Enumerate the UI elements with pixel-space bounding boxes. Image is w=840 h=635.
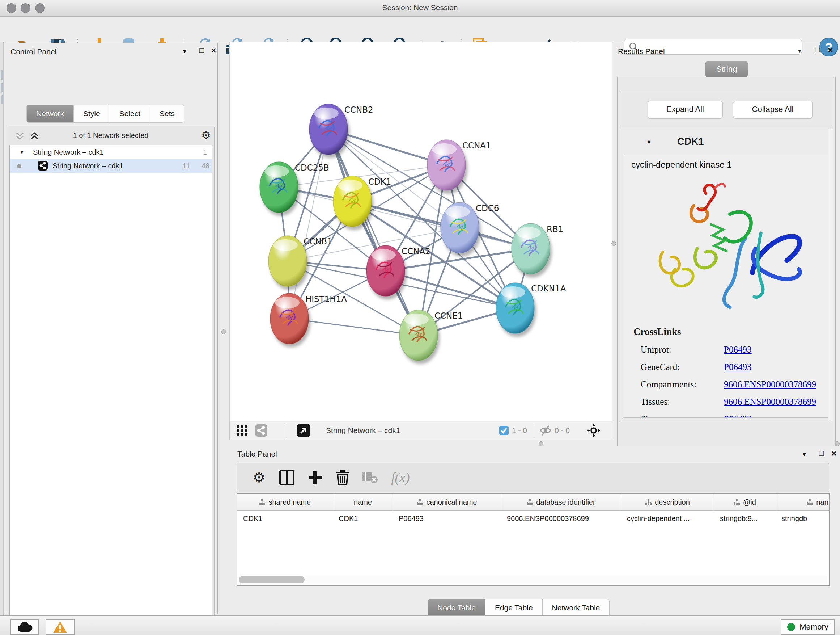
attribute-table[interactable]: shared namenamecanonical namedatabase id…	[237, 494, 830, 526]
collapse-all-button[interactable]: Collapse All	[733, 101, 813, 119]
strip-mark	[1, 95, 3, 104]
network-node-cdkn1a[interactable]	[496, 283, 534, 333]
gene-expander-icon[interactable]: ▼	[646, 139, 652, 146]
column-header-description[interactable]: description	[621, 494, 714, 511]
crosslink-row: Tissues:9606.ENSP00000378699	[623, 397, 828, 407]
network-view-toolbar: String Network – cdk1 1 - 0 0 - 0	[229, 421, 612, 440]
table-cell[interactable]: 9606.ENSP00000378699	[501, 511, 621, 526]
delete-column-button[interactable]	[332, 463, 354, 492]
network-node-ccnb2[interactable]	[309, 104, 347, 155]
tab-node-table[interactable]: Node Table	[428, 599, 485, 617]
tab-string[interactable]: String	[706, 61, 748, 78]
network-row[interactable]: String Network – cdk1 11 48	[10, 159, 212, 173]
network-node-ccnb1[interactable]	[268, 236, 307, 287]
network-edge[interactable]	[328, 129, 418, 335]
panel-menu-icon[interactable]: ▼	[802, 451, 807, 457]
node-label-cdc6: CDC6	[476, 203, 499, 213]
delete-table-icon	[362, 471, 378, 484]
warnings-button[interactable]	[46, 619, 74, 635]
column-header-database-identifier[interactable]: database identifier	[501, 494, 621, 511]
network-node-cdk1[interactable]	[333, 176, 371, 226]
network-mode-button[interactable]	[255, 421, 267, 440]
column-header--id[interactable]: @id	[714, 494, 775, 511]
network-node-cdc25b[interactable]	[260, 162, 298, 212]
memory-button[interactable]: Memory	[781, 619, 835, 635]
panel-float-icon[interactable]: □	[199, 46, 204, 55]
strip-mark	[1, 70, 3, 80]
panel-close-icon[interactable]: ×	[211, 45, 216, 56]
gear-icon[interactable]: ⚙	[201, 129, 211, 141]
network-node-ccna2[interactable]	[366, 245, 405, 296]
results-scrollbar[interactable]	[828, 129, 833, 421]
birdseye-view-button[interactable]	[297, 421, 310, 440]
cloud-button[interactable]	[10, 619, 39, 635]
show-columns-button[interactable]	[276, 463, 298, 492]
expand-all-button[interactable]: Expand All	[647, 101, 723, 119]
selected-counts: 1 - 0	[512, 426, 527, 435]
function-builder-button[interactable]: f(x)	[386, 463, 415, 492]
delete-table-button[interactable]	[359, 463, 381, 492]
tab-select[interactable]: Select	[110, 105, 150, 123]
tree-expander-icon[interactable]: ▼	[19, 145, 25, 159]
network-collection-row[interactable]: ▼ String Network – cdk1 1	[10, 145, 212, 159]
network-node-ccna1[interactable]	[427, 140, 466, 190]
gene-symbol: CDK1	[677, 136, 704, 147]
node-label-ccna1: CCNA1	[462, 141, 491, 150]
crosslink-link[interactable]: P06493	[724, 414, 752, 418]
panel-close-icon[interactable]: ×	[831, 448, 837, 459]
panel-menu-icon[interactable]: ▼	[182, 48, 187, 54]
table-cell[interactable]: cyclin-dependent ...	[621, 511, 714, 526]
table-cell[interactable]: CDK1	[333, 511, 393, 526]
table-row[interactable]: CDK1CDK1P064939606.ENSP00000378699cyclin…	[237, 511, 830, 526]
tab-sets[interactable]: Sets	[150, 105, 185, 123]
network-node-rb1[interactable]	[512, 223, 550, 274]
column-header-shared-name[interactable]: shared name	[237, 494, 333, 511]
tab-network-table[interactable]: Network Table	[543, 599, 610, 617]
pan-tool-button[interactable]	[586, 421, 601, 440]
table-cell[interactable]: stringdb:9...	[714, 511, 775, 526]
panel-menu-icon[interactable]: ▼	[797, 48, 802, 54]
create-column-button[interactable]	[304, 463, 326, 492]
scrollbar-thumb[interactable]	[239, 576, 305, 583]
left-splitter-handle[interactable]	[221, 329, 226, 334]
eye-slash-icon	[539, 425, 552, 436]
share-network-icon	[255, 424, 267, 437]
crosslink-link[interactable]: P06493	[724, 345, 752, 355]
table-settings-button[interactable]: ⚙	[250, 463, 268, 492]
toolbar-separator	[535, 423, 535, 438]
column-header-namespace[interactable]: namespace	[775, 494, 830, 511]
panel-float-icon[interactable]: □	[819, 449, 824, 458]
table-cell[interactable]: P06493	[393, 511, 501, 526]
network-graph[interactable]: CCNB2CCNA1CDC25BCDK1CDC6RB1CCNB1CCNA2CDK…	[232, 47, 611, 420]
tab-edge-table[interactable]: Edge Table	[485, 599, 543, 617]
network-edge[interactable]	[289, 129, 328, 318]
node-table: shared namenamecanonical namedatabase id…	[237, 493, 830, 586]
gene-result-box: ▼ CDK1 cyclin-dependent kinase 1	[620, 128, 832, 421]
column-header-name[interactable]: name	[333, 494, 393, 511]
table-cell[interactable]: stringdb	[775, 511, 830, 526]
panel-float-icon[interactable]: □	[815, 46, 820, 54]
crosslink-link[interactable]: 9606.ENSP00000378699	[724, 397, 816, 407]
network-node-cdc6[interactable]	[441, 203, 479, 253]
tab-network[interactable]: Network	[27, 105, 74, 123]
grid-mode-button[interactable]	[236, 421, 248, 440]
status-bar: Memory	[0, 616, 840, 635]
network-edge[interactable]	[289, 318, 418, 335]
tab-style[interactable]: Style	[74, 105, 110, 123]
column-header-canonical-name[interactable]: canonical name	[393, 494, 501, 511]
bottom-splitter-handle[interactable]	[538, 441, 543, 446]
network-node-hist1h1a[interactable]	[270, 293, 309, 344]
crosslink-link[interactable]: 9606.ENSP00000378699	[724, 379, 816, 389]
panel-close-icon[interactable]: ×	[828, 45, 833, 55]
node-label-ccnb1: CCNB1	[303, 237, 332, 246]
network-node-ccne1[interactable]	[399, 310, 438, 361]
network-type-icon	[38, 161, 48, 171]
table-cell[interactable]: CDK1	[237, 511, 333, 526]
crosslink-link[interactable]: P06493	[724, 362, 752, 372]
table-hscrollbar[interactable]	[238, 576, 827, 584]
results-panel: Results Panel ▼ □ × String Expand All Co…	[615, 43, 838, 446]
checkbox-icon[interactable]	[499, 425, 509, 435]
collection-count: 1	[203, 145, 207, 159]
crosslink-label: Pharos:	[623, 414, 724, 418]
selected-indicator: 1 - 0	[499, 421, 527, 440]
